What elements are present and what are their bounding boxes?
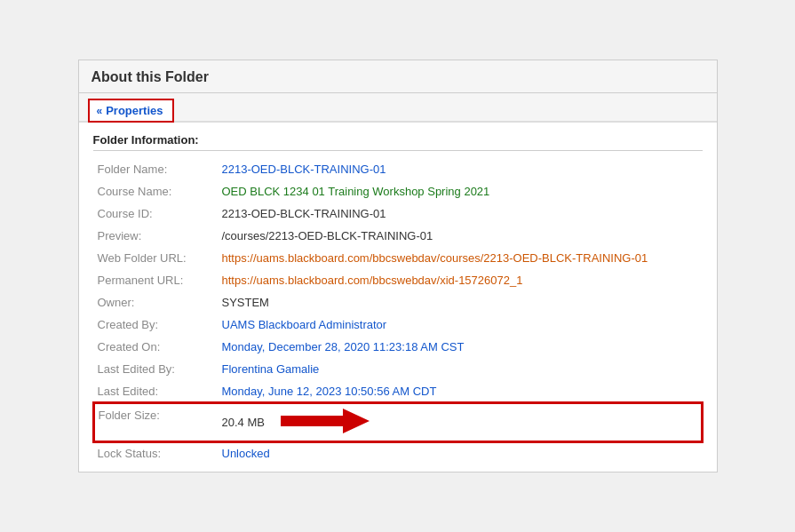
field-value: 20.4 MB [219, 404, 701, 441]
table-row: Course ID:2213-OED-BLCK-TRAINING-01 [94, 202, 702, 225]
field-value: SYSTEM [219, 291, 702, 314]
table-row: Preview:/courses/2213-OED-BLCK-TRAINING-… [94, 225, 702, 247]
table-row: Lock Status:Unlocked [94, 441, 702, 465]
field-label: Permanent URL: [94, 269, 219, 291]
field-label: Web Folder URL: [94, 247, 219, 269]
field-value: https://uams.blackboard.com/bbcswebdav/x… [219, 269, 702, 291]
table-row: Last Edited:Monday, June 12, 2023 10:50:… [94, 380, 702, 403]
field-label: Course Name: [94, 180, 219, 202]
field-value: /courses/2213-OED-BLCK-TRAINING-01 [219, 225, 702, 247]
field-label: Lock Status: [94, 441, 219, 465]
field-value: UAMS Blackboard Administrator [219, 314, 702, 336]
properties-tab[interactable]: «Properties [88, 99, 174, 123]
properties-tab-row: «Properties [79, 93, 717, 123]
table-row: Course Name:OED BLCK 1234 01 Training Wo… [94, 180, 702, 202]
table-row: Created By:UAMS Blackboard Administrator [94, 314, 702, 336]
field-label: Folder Name: [94, 158, 219, 180]
folder-info-section: Folder Information: Folder Name:2213-OED… [79, 123, 717, 472]
field-label: Folder Size: [94, 403, 219, 441]
field-value: Unlocked [219, 441, 702, 465]
section-heading: Folder Information: [93, 133, 703, 151]
field-value: 2213-OED-BLCK-TRAINING-01 [219, 158, 702, 180]
about-folder-panel: About this Folder «Properties Folder Inf… [78, 60, 718, 472]
folder-size-value: 20.4 MB [222, 416, 265, 429]
field-value: Monday, December 28, 2020 11:23:18 AM CS… [219, 336, 702, 358]
field-label: Created On: [94, 336, 219, 358]
field-value: OED BLCK 1234 01 Training Workshop Sprin… [219, 180, 702, 202]
table-row: Permanent URL:https://uams.blackboard.co… [94, 269, 702, 291]
table-row: Last Edited By:Florentina Gamalie [94, 358, 702, 380]
field-value: https://uams.blackboard.com/bbcswebdav/c… [219, 247, 702, 269]
red-arrow-icon [281, 409, 370, 436]
field-label: Created By: [94, 314, 219, 336]
field-label: Last Edited: [94, 380, 219, 403]
field-value: Monday, June 12, 2023 10:50:56 AM CDT [219, 380, 702, 403]
table-row: Web Folder URL:https://uams.blackboard.c… [94, 247, 702, 269]
field-label: Course ID: [94, 202, 219, 225]
field-value: 2213-OED-BLCK-TRAINING-01 [219, 202, 702, 225]
table-row: Folder Size:20.4 MB [94, 403, 702, 441]
svg-marker-0 [281, 409, 370, 433]
panel-title: About this Folder [79, 60, 717, 93]
chevrons-icon: « [97, 105, 103, 117]
table-row: Owner:SYSTEM [94, 291, 702, 314]
field-label: Owner: [94, 291, 219, 314]
field-label: Preview: [94, 225, 219, 247]
field-value: Florentina Gamalie [219, 358, 702, 380]
table-row: Created On:Monday, December 28, 2020 11:… [94, 336, 702, 358]
info-table: Folder Name:2213-OED-BLCK-TRAINING-01Cou… [93, 158, 703, 465]
properties-tab-label: Properties [106, 104, 163, 117]
table-row: Folder Name:2213-OED-BLCK-TRAINING-01 [94, 158, 702, 180]
field-label: Last Edited By: [94, 358, 219, 380]
